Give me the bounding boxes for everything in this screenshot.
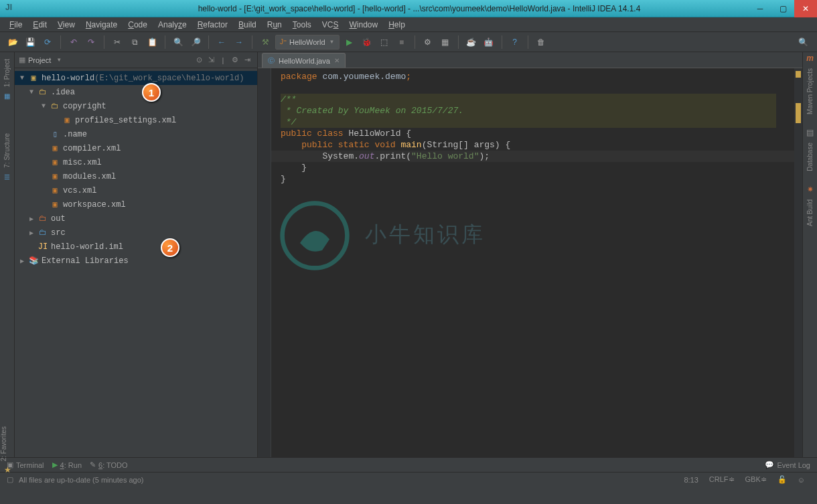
- menu-refactor[interactable]: Refactor: [194, 19, 232, 31]
- tree-out-folder[interactable]: ▶🗀out: [15, 212, 257, 226]
- collapse-all-icon[interactable]: ⇲: [205, 56, 217, 64]
- android-icon[interactable]: 🤖: [481, 35, 496, 50]
- tab-todo[interactable]: ✎6: TODO: [90, 460, 128, 469]
- cut-icon[interactable]: ✂: [110, 35, 125, 50]
- status-message: All files are up-to-date (5 minutes ago): [19, 476, 143, 484]
- editor-gutter[interactable]: [258, 68, 271, 457]
- settings-icon[interactable]: ⚙: [421, 35, 435, 50]
- tab-favorites[interactable]: 2: Favorites: [0, 422, 7, 465]
- file-encoding[interactable]: GBK≑: [740, 475, 772, 484]
- tab-database[interactable]: Database: [806, 139, 814, 175]
- menu-view[interactable]: View: [54, 19, 79, 31]
- debug-icon[interactable]: 🐞: [360, 35, 374, 50]
- build-icon[interactable]: ⚒: [258, 35, 273, 50]
- window-title: hello-world - [E:\git_work_space\hello-w…: [21, 4, 817, 13]
- tab-label: HelloWorld.java: [279, 57, 330, 65]
- open-icon[interactable]: 📂: [5, 35, 20, 50]
- scroll-from-source-icon[interactable]: ⊙: [193, 56, 205, 64]
- tree-external-libs[interactable]: ▶📚External Libraries: [15, 254, 257, 268]
- hector-icon[interactable]: ☺: [792, 476, 810, 484]
- search-everywhere-icon[interactable]: 🔍: [796, 35, 810, 50]
- tree-modules-file[interactable]: ▣modules.xml: [15, 169, 257, 183]
- sdk-icon[interactable]: ☕: [464, 35, 479, 50]
- tree-idea-folder[interactable]: ▼🗀.idea: [15, 85, 257, 99]
- tree-src-folder[interactable]: ▶🗀src: [15, 226, 257, 240]
- tree-copyright-folder[interactable]: ▼🗀copyright: [15, 99, 257, 113]
- event-log-button[interactable]: 💬Event Log: [765, 460, 810, 469]
- code-editor[interactable]: package com.youmeek.demo; /** * Created …: [258, 68, 802, 457]
- menu-run[interactable]: Run: [263, 19, 286, 31]
- ant-icon: ✷: [807, 185, 814, 194]
- replace-icon[interactable]: 🔎: [188, 35, 203, 50]
- run-config-label: HelloWorld: [289, 38, 325, 46]
- chevron-down-icon: ▼: [329, 39, 335, 45]
- structure-tab-icon: ☰: [4, 173, 10, 181]
- tree-profiles-file[interactable]: ▣profiles_settings.xml: [15, 113, 257, 127]
- menu-navigate[interactable]: Navigate: [82, 19, 121, 31]
- paste-icon[interactable]: 📋: [145, 35, 159, 50]
- maximize-button[interactable]: ▢: [771, 0, 794, 17]
- run-icon[interactable]: ▶: [342, 35, 357, 50]
- minimize-button[interactable]: ─: [749, 0, 771, 17]
- tree-workspace-file[interactable]: ▣workspace.xml: [15, 197, 257, 212]
- close-button[interactable]: ✕: [794, 0, 817, 17]
- tree-iml-file[interactable]: JIhello-world.iml: [15, 240, 257, 254]
- tab-close-icon[interactable]: ✕: [334, 57, 340, 64]
- app-icon: JI: [5, 3, 17, 15]
- menu-edit[interactable]: Edit: [29, 19, 51, 31]
- stop-icon[interactable]: ■: [394, 35, 409, 50]
- copy-icon[interactable]: ⧉: [127, 35, 142, 50]
- menu-window[interactable]: Window: [345, 19, 382, 31]
- line-separator[interactable]: CRLF≑: [704, 475, 740, 484]
- gear-icon[interactable]: ⚙: [229, 56, 241, 64]
- error-stripe[interactable]: [794, 68, 802, 457]
- tool-windows-icon[interactable]: ▢: [7, 475, 13, 484]
- tree-vcs-file[interactable]: ▣vcs.xml: [15, 183, 257, 197]
- editor-tabs: Ⓒ HelloWorld.java ✕: [258, 52, 802, 68]
- tab-project[interactable]: 1: Project: [3, 55, 11, 91]
- cursor-position[interactable]: 8:13: [678, 476, 703, 484]
- bottom-tool-bar: ▣Terminal ▶4: Run ✎6: TODO 💬Event Log: [0, 457, 817, 472]
- tree-root[interactable]: ▼▣ hello-world (E:\git_work_space\hello-…: [15, 71, 257, 85]
- save-all-icon[interactable]: 💾: [23, 35, 38, 50]
- left-tool-gutter: 1: Project ▦ 7: Structure ☰: [0, 52, 15, 457]
- project-structure-icon[interactable]: ▦: [438, 35, 453, 50]
- find-icon[interactable]: 🔍: [171, 35, 185, 50]
- tab-ant[interactable]: Ant Build: [806, 195, 814, 230]
- tab-run[interactable]: ▶4: Run: [52, 460, 82, 469]
- tree-compiler-file[interactable]: ▣compiler.xml: [15, 141, 257, 155]
- menu-analyze[interactable]: Analyze: [154, 19, 191, 31]
- project-view-selector[interactable]: ▦ Project ▼: [19, 56, 193, 64]
- undo-icon[interactable]: ↶: [66, 35, 81, 50]
- project-tree[interactable]: ▼▣ hello-world (E:\git_work_space\hello-…: [15, 68, 257, 270]
- menu-file[interactable]: File: [5, 19, 26, 31]
- play-icon: ▶: [52, 460, 58, 469]
- java-class-icon: Ⓒ: [268, 56, 275, 66]
- menu-bar: File Edit View Navigate Code Analyze Ref…: [0, 17, 817, 32]
- tab-structure[interactable]: 7: Structure: [3, 129, 11, 172]
- tab-maven[interactable]: Maven Projects: [806, 64, 814, 118]
- hide-icon[interactable]: ⇥: [241, 56, 253, 64]
- menu-help[interactable]: Help: [384, 19, 409, 31]
- menu-tools[interactable]: Tools: [289, 19, 315, 31]
- redo-icon[interactable]: ↷: [84, 35, 98, 50]
- tab-helloworld[interactable]: Ⓒ HelloWorld.java ✕: [262, 53, 346, 68]
- lock-icon[interactable]: 🔓: [772, 475, 792, 484]
- menu-build[interactable]: Build: [234, 19, 261, 31]
- coverage-icon[interactable]: ⬚: [377, 35, 392, 50]
- sync-icon[interactable]: ⟳: [40, 35, 55, 50]
- menu-vcs[interactable]: VCS: [318, 19, 343, 31]
- title-bar: JI hello-world - [E:\git_work_space\hell…: [0, 0, 817, 17]
- gc-icon[interactable]: 🗑: [534, 35, 548, 50]
- tree-misc-file[interactable]: ▣misc.xml: [15, 155, 257, 169]
- status-bar: ▢ All files are up-to-date (5 minutes ag…: [0, 472, 817, 487]
- menu-code[interactable]: Code: [124, 19, 151, 31]
- code-content[interactable]: package com.youmeek.demo; /** * Created …: [258, 68, 802, 185]
- run-config-selector[interactable]: J⁼ HelloWorld ▼: [275, 35, 340, 50]
- tree-name-file[interactable]: ▯.name: [15, 127, 257, 141]
- balloon-icon: 💬: [765, 460, 774, 469]
- help-icon[interactable]: ?: [508, 35, 522, 50]
- forward-icon[interactable]: →: [232, 35, 246, 50]
- back-icon[interactable]: ←: [214, 35, 229, 50]
- java-icon: J⁼: [280, 38, 287, 46]
